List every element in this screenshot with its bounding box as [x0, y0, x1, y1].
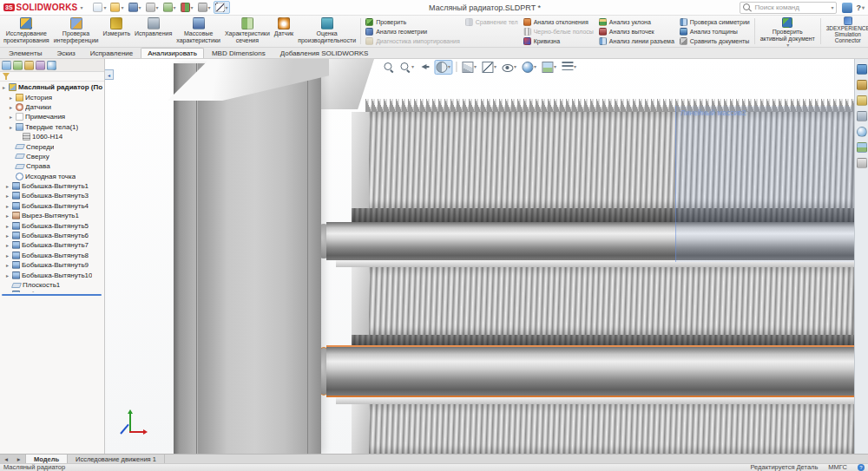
quick-access-button[interactable]: ▾	[179, 1, 195, 14]
command-tab[interactable]: Исправление	[83, 48, 141, 58]
feature-tree-item[interactable]: ▸ Твердые тела(1)	[0, 122, 104, 132]
feature-tree-item[interactable]: ▸ Спереди	[0, 141, 104, 151]
ribbon-small-button[interactable]: Сравнить документы	[680, 36, 750, 45]
hud-button[interactable]: ▾	[480, 60, 498, 75]
ribbon-small-button[interactable]: Анализ выточек	[599, 27, 674, 36]
task-pane-icon[interactable]	[857, 142, 867, 153]
expand-arrow-icon[interactable]: ▸	[10, 124, 16, 130]
hud-button[interactable]	[381, 60, 396, 75]
ribbon-small-button[interactable]: Анализ толщины	[680, 27, 750, 36]
hud-button[interactable]: ▾	[434, 60, 452, 75]
expand-arrow-icon[interactable]: ▸	[6, 203, 12, 209]
hud-button[interactable]: ▾	[560, 60, 578, 75]
ribbon-button[interactable]: Исправления	[133, 16, 174, 46]
ribbon-button[interactable]: Характеристики сечения	[223, 16, 272, 46]
hud-button[interactable]	[454, 60, 458, 74]
expand-arrow-icon[interactable]: ▸	[10, 114, 16, 120]
quick-access-button[interactable]: ▾	[144, 1, 161, 14]
side-tank-column[interactable]	[174, 63, 321, 454]
ribbon-small-button[interactable]: Кривизна	[523, 36, 594, 45]
feature-tree-item[interactable]: ▸ Плоскость1	[0, 280, 104, 290]
tab-scroll-right-icon[interactable]: ▸	[17, 455, 21, 463]
login-icon[interactable]	[842, 3, 852, 13]
ribbon-button[interactable]: Массовые характеристики	[174, 16, 222, 46]
check-active-document-button[interactable]: Проверить активный документ ▾	[758, 16, 818, 46]
expand-arrow-icon[interactable]: ▸	[10, 104, 16, 110]
command-search[interactable]: Поиск команд ▾	[740, 2, 837, 14]
graphics-viewport[interactable]: ◂ ▾	[105, 59, 854, 454]
feature-tree-item[interactable]: ▸ Справа	[0, 161, 104, 171]
task-pane-icon[interactable]	[857, 111, 867, 121]
hud-button[interactable]: ▾	[398, 60, 416, 75]
help-menu[interactable]: ? ▾	[856, 3, 865, 12]
task-pane-icon[interactable]	[857, 95, 867, 106]
feature-tree-item[interactable]: ▸ История	[0, 92, 104, 101]
ribbon-small-button[interactable]: Анализ линии разъема	[599, 36, 674, 45]
ribbon-button[interactable]: Проверка интерференции	[52, 16, 101, 46]
feature-tree-item[interactable]: ▸ Бобышка-Вытянуть7	[0, 240, 104, 250]
feature-tree-item[interactable]: ▸ Бобышка-Вытянуть11	[0, 290, 104, 292]
fin-bank-2[interactable]	[352, 267, 854, 335]
quick-access-button[interactable]: ▾	[108, 1, 125, 14]
hud-button[interactable]	[418, 60, 432, 75]
rollback-bar[interactable]	[2, 294, 102, 296]
panel-tab-icon[interactable]	[2, 61, 11, 70]
feature-tree-item[interactable]: ▸ Бобышка-Вытянуть1	[0, 181, 104, 191]
fin-bank-2-lower-plate[interactable]	[352, 335, 854, 345]
quick-access-button[interactable]: ▾	[196, 1, 213, 14]
ribbon-button[interactable]: Исследование проектирования	[2, 16, 51, 46]
quick-access-button[interactable]: ▾	[127, 1, 143, 14]
expand-arrow-icon[interactable]: ▸	[10, 95, 16, 101]
task-pane-icon[interactable]	[857, 158, 867, 168]
ribbon-small-button[interactable]: Проверка симметрии	[680, 17, 750, 26]
ribbon-button[interactable]: Датчик	[273, 16, 295, 46]
expand-arrow-icon[interactable]: ▸	[6, 252, 12, 258]
panel-collapse-arrow[interactable]: ◂	[105, 69, 114, 80]
units-label[interactable]: ММГС	[828, 464, 847, 471]
feature-tree-item[interactable]: ▸ Бобышка-Вытянуть8	[0, 251, 104, 260]
task-pane-icon[interactable]	[857, 127, 867, 137]
ribbon-button[interactable]: Оценка производительности	[296, 16, 358, 46]
panel-tab-icon[interactable]	[36, 61, 45, 70]
feature-tree-item[interactable]: ▸ 1060-Н14	[0, 132, 104, 141]
feature-tree-item[interactable]: ▸ Датчики	[0, 102, 104, 112]
feature-tree-item[interactable]: ▸ Бобышка-Вытянуть3	[0, 191, 104, 200]
quick-access-button[interactable]: ▾	[91, 1, 108, 14]
expand-arrow-icon[interactable]: ▸	[6, 183, 12, 189]
quick-access-button[interactable]: ▾	[214, 1, 230, 14]
feature-tree-item[interactable]: ▸ Бобышка-Вытянуть9	[0, 260, 104, 270]
feature-tree-item[interactable]: ▸ Сверху	[0, 152, 104, 161]
expand-arrow-icon[interactable]: ▸	[6, 272, 12, 278]
ribbon-small-button[interactable]: Проверить	[365, 17, 460, 26]
feature-tree-item[interactable]: ▸ Бобышка-Вытянуть5	[0, 220, 104, 230]
hud-button[interactable]: ▾	[460, 60, 478, 75]
expand-arrow-icon[interactable]: ▸	[6, 262, 12, 268]
expand-arrow-icon[interactable]: ▸	[6, 291, 12, 292]
panel-tab-icon[interactable]	[47, 61, 56, 70]
command-tab[interactable]: Элементы	[2, 48, 49, 58]
tab-scroll-left-icon[interactable]: ◂	[4, 455, 8, 463]
ribbon-button[interactable]: Измерить	[101, 16, 132, 46]
document-tab[interactable]: Модель	[26, 455, 68, 463]
expand-arrow-icon[interactable]: ▸	[6, 242, 12, 248]
feature-tree-item[interactable]: ▸ Бобышка-Вытянуть4	[0, 201, 104, 211]
status-help-icon[interactable]: ?	[858, 464, 865, 471]
command-tab[interactable]: Эскиз	[49, 48, 82, 58]
task-pane-icon[interactable]	[857, 80, 867, 90]
document-tab[interactable]: Исследование движения 1	[68, 455, 165, 463]
expand-arrow-icon[interactable]: ▸	[6, 223, 12, 229]
expand-arrow-icon[interactable]: ▸	[6, 232, 12, 239]
ribbon-small-button[interactable]: Анализ геометрии	[365, 27, 460, 36]
panel-tab-icon[interactable]	[24, 61, 34, 70]
feature-tree-item[interactable]: ▸ Масляный радиатор (По умолчани	[0, 82, 104, 92]
task-pane-icon[interactable]	[857, 64, 867, 75]
feature-tree-item[interactable]: ▸ Вырез-Вытянуть1	[0, 211, 104, 220]
panel-tab-icon[interactable]	[13, 61, 23, 70]
ribbon-small-button[interactable]: Анализ отклонения	[523, 17, 594, 26]
ribbon-small-button[interactable]: Анализ уклона	[599, 17, 674, 26]
fin-bank-3-top-plate[interactable]	[336, 397, 854, 404]
filter-icon[interactable]	[3, 73, 10, 80]
command-tab[interactable]: Анализировать	[141, 48, 204, 58]
command-tab[interactable]: Добавления SOLIDWORKS	[273, 48, 376, 58]
hud-button[interactable]: ▾	[500, 61, 518, 74]
